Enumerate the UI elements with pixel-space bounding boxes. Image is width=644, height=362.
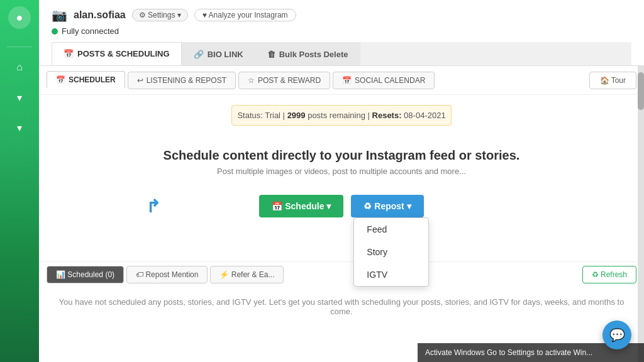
bottom-tab-repost[interactable]: 🏷 Repost Mention [126,266,208,283]
posts-label: posts remaining | [306,111,372,120]
reward-label: POST & REWARD [258,76,321,85]
resets-label: Resets: [372,111,404,120]
bulk-delete-icon: 🗑 [267,50,275,59]
schedule-dropdown: Feed Story IGTV [353,217,429,287]
repost-button[interactable]: ♻ Repost ▾ [351,195,423,217]
buttons-area: ↱ 📅 Schedule ▾ Feed Story IGTV ♻ Repost … [39,195,644,217]
social-calendar-icon: 📅 [342,76,352,85]
reward-icon: ☆ [248,76,255,85]
connected-dot [52,28,58,35]
connected-status: Fully connected [52,26,631,42]
sidebar-logo[interactable]: ● [8,6,31,29]
content-area: 📅 SCHEDULER ↩ LISTENING & REPOST ☆ POST … [39,66,644,362]
scheduler-label: SCHEDULER [69,75,116,84]
listening-label: LISTENING & REPOST [147,76,226,85]
sub-tab-scheduler[interactable]: 📅 SCHEDULER [47,71,125,89]
hero-subtext: Post multiple images or videos, post to … [52,167,631,176]
chat-button[interactable]: 💬 [602,321,631,349]
main-tabs: 📅 POSTS & SCHEDULING 🔗 BIO LINK 🗑 Bulk P… [52,42,631,65]
tab-bulk-delete[interactable]: 🗑 Bulk Posts Delete [255,42,360,65]
listening-icon: ↩ [137,76,143,85]
bottom-tabs: 📊 Scheduled (0) 🏷 Repost Mention ⚡ Refer… [39,261,644,287]
bio-link-label: BIO LINK [208,50,243,59]
sidebar-item-arrow1[interactable]: ▾ [7,85,32,110]
bio-link-icon: 🔗 [194,50,204,59]
tab-bio-link[interactable]: 🔗 BIO LINK [182,42,255,65]
dropdown-story[interactable]: Story [354,241,428,263]
bottom-tab-refer[interactable]: ⚡ Refer & Ea... [210,266,284,283]
header-top: 📷 alan.sofiaa ⚙ Settings ▾ ♥ Analyze you… [52,8,631,23]
bulk-delete-label: Bulk Posts Delete [279,50,348,59]
connected-label: Fully connected [62,26,119,36]
instagram-icon: 📷 [52,8,67,23]
arrow-icon: ↱ [146,196,160,217]
header: 📷 alan.sofiaa ⚙ Settings ▾ ♥ Analyze you… [39,0,644,66]
status-bar: Status: Trial | 2999 posts remaining | R… [231,105,451,126]
schedule-button[interactable]: 📅 Schedule ▾ [259,195,343,217]
sub-tab-social-calendar[interactable]: 📅 SOCIAL CALENDAR [333,72,435,89]
scheduler-icon: 📅 [56,75,65,84]
content-wrapper: 📅 SCHEDULER ↩ LISTENING & REPOST ☆ POST … [39,66,644,362]
analyze-button[interactable]: ♥ Analyze your Instagram [194,9,296,21]
hero-heading: Schedule content directly to your Instag… [52,148,631,163]
social-calendar-label: SOCIAL CALENDAR [355,76,425,85]
tab-posts-scheduling[interactable]: 📅 POSTS & SCHEDULING [52,42,182,65]
chat-icon: 💬 [609,327,625,343]
dropdown-igtv[interactable]: IGTV [354,263,428,286]
sidebar: ● ⌂ ▾ ▾ [0,0,39,362]
schedule-dropdown-container: 📅 Schedule ▾ Feed Story IGTV [259,195,343,217]
sidebar-divider [7,47,32,47]
posts-scheduling-icon: 📅 [64,49,74,58]
refresh-button[interactable]: ♻ Refresh [582,266,636,283]
sub-tab-listening[interactable]: ↩ LISTENING & REPOST [128,72,236,89]
dropdown-feed[interactable]: Feed [354,218,428,241]
sidebar-item-arrow2[interactable]: ▾ [7,115,32,140]
resets-date: 08-04-2021 [404,111,446,120]
logo-icon: ● [16,11,23,25]
posts-remaining: 2999 [287,111,306,120]
username: alan.sofiaa [74,9,126,21]
scrollbar[interactable] [638,66,644,362]
sub-tab-reward[interactable]: ☆ POST & REWARD [238,72,330,89]
settings-button[interactable]: ⚙ Settings ▾ [132,9,188,21]
status-text: Status: Trial | [237,111,287,120]
scrollbar-thumb[interactable] [638,72,644,110]
hero-section: Schedule content directly to your Instag… [39,136,644,195]
bottom-tab-scheduled[interactable]: 📊 Scheduled (0) [47,266,124,283]
main-content: 📷 alan.sofiaa ⚙ Settings ▾ ♥ Analyze you… [39,0,644,362]
sidebar-item-home[interactable]: ⌂ [7,55,32,80]
tour-button[interactable]: 🏠 Tour [589,72,636,89]
posts-scheduling-label: POSTS & SCHEDULING [77,49,170,58]
sub-tabs-bar: 📅 SCHEDULER ↩ LISTENING & REPOST ☆ POST … [39,66,644,95]
empty-state: You have not scheduled any posts, storie… [39,287,644,326]
